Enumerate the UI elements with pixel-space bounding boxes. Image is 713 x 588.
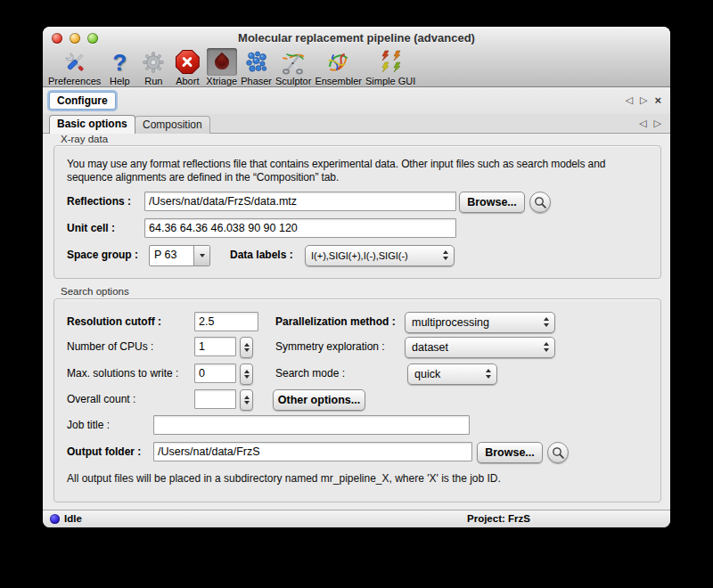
toolbar-item-run[interactable]: Run [136, 48, 170, 86]
unit-cell-input[interactable] [144, 218, 456, 238]
symmetry-exploration-label: Symmetry exploration : [275, 337, 385, 356]
toolbar: Preferences ? Help [46, 47, 667, 86]
toolbar-label: Sculptor [275, 76, 311, 86]
max-solutions-label: Max. solutions to write : [67, 363, 178, 383]
ribbon-tangle-icon [324, 48, 354, 76]
reflections-magnifier-icon[interactable] [529, 192, 551, 213]
data-labels-popup[interactable]: I(+),SIGI(+),I(-),SIGI(-) [305, 245, 455, 266]
popup-arrows-icon [544, 317, 549, 327]
output-folder-input[interactable] [153, 442, 472, 461]
toolbar-item-preferences[interactable]: Preferences [46, 48, 102, 86]
toolbar-label: Abort [176, 76, 199, 86]
project-label: Project: FrzS [467, 513, 530, 524]
overall-count-input[interactable] [194, 389, 236, 409]
nav-back-icon[interactable]: ◁ [625, 95, 632, 105]
close-tab-icon[interactable]: × [654, 94, 661, 106]
tab-basic-options[interactable]: Basic options [49, 115, 135, 134]
configure-nav: ◁ ▷ × [625, 94, 661, 106]
toolbar-label: Phaser [241, 76, 272, 86]
other-options-button[interactable]: Other options... [273, 389, 365, 411]
nav-forward-icon[interactable]: ▷ [640, 95, 647, 105]
number-of-cpus-label: Number of CPUs : [67, 337, 153, 356]
popup-arrows-icon [486, 369, 491, 379]
configure-tab-button[interactable]: Configure [49, 92, 116, 110]
tab-composition[interactable]: Composition [135, 116, 210, 134]
data-labels-label: Data labels : [230, 245, 293, 265]
max-solutions-stepper[interactable] [240, 363, 253, 385]
toolbar-item-ensembler[interactable]: Ensembler [313, 48, 364, 86]
toolbar-label: Ensembler [315, 76, 362, 86]
tools-icon [60, 48, 90, 76]
tab-nav: ◁ ▷ [639, 118, 661, 128]
toolbar-item-abort[interactable]: Abort [170, 48, 204, 86]
parallelization-method-value: multiprocessing [412, 316, 489, 329]
output-folder-label: Output folder : [67, 442, 141, 461]
output-note: All output files will be placed in a sub… [67, 472, 501, 485]
tab-bar: Basic options Composition ◁ ▷ [43, 114, 670, 134]
window-title: Molecular replacement pipeline (advanced… [43, 31, 670, 45]
gear-icon [138, 48, 168, 76]
stop-x-icon [172, 48, 202, 76]
toolbar-item-sculptor[interactable]: Sculptor [274, 48, 313, 86]
xray-section-title: X-ray data [61, 134, 108, 144]
popup-arrows-icon [443, 250, 448, 260]
status-text: Idle [64, 513, 82, 524]
parallelization-method-popup[interactable]: multiprocessing [405, 312, 555, 333]
number-of-cpus-input[interactable] [194, 337, 236, 356]
symmetry-exploration-popup[interactable]: dataset [405, 337, 555, 358]
toolbar-item-simple-gui[interactable]: Simple GUI [364, 48, 417, 86]
configure-bar: Configure ◁ ▷ × [43, 87, 670, 114]
question-icon: ? [104, 48, 135, 76]
toolbar-label: Help [110, 76, 130, 86]
status-dot-icon [50, 514, 60, 524]
symmetry-exploration-value: dataset [412, 341, 448, 354]
tab-nav-back-icon[interactable]: ◁ [639, 118, 646, 128]
toolbar-label: Preferences [48, 76, 101, 86]
resolution-cutoff-label: Resolution cutoff : [67, 312, 161, 331]
job-title-input[interactable] [153, 415, 470, 435]
data-labels-value: I(+),SIGI(+),I(-),SIGI(-) [311, 250, 408, 261]
cpus-stepper[interactable] [240, 337, 253, 358]
space-group-combo[interactable]: P 63 [149, 245, 210, 266]
app-window: Molecular replacement pipeline (advanced… [43, 27, 670, 527]
search-mode-value: quick [414, 368, 440, 380]
space-group-label: Space group : [67, 245, 138, 265]
toolbar-label: Xtriage [206, 76, 237, 86]
titlebar: Molecular replacement pipeline (advanced… [43, 27, 670, 87]
parallelization-method-label: Parallelization method : [275, 312, 396, 331]
chevron-down-icon[interactable] [193, 246, 209, 265]
search-section-title: Search options [61, 286, 129, 297]
toolbar-item-phaser[interactable]: Phaser [239, 48, 274, 86]
tab-nav-forward-icon[interactable]: ▷ [654, 118, 661, 128]
colored-arrows-icon [375, 48, 406, 76]
overall-count-stepper[interactable] [240, 389, 253, 411]
unit-cell-label: Unit cell : [67, 218, 115, 238]
toolbar-item-help[interactable]: ? Help [102, 48, 136, 86]
job-title-label: Job title : [67, 415, 110, 435]
max-solutions-input[interactable] [194, 363, 236, 383]
reflections-browse-button[interactable]: Browse... [459, 192, 525, 213]
popup-arrows-icon [544, 342, 549, 352]
xray-description: You may use any format reflections file … [67, 158, 653, 184]
toolbar-label: Simple GUI [365, 76, 415, 86]
toolbar-item-xtriage[interactable]: Xtriage [204, 48, 239, 86]
resolution-cutoff-input[interactable] [194, 312, 258, 331]
molecule-icon [242, 48, 272, 76]
space-group-value: P 63 [150, 246, 193, 265]
output-folder-browse-button[interactable]: Browse... [477, 442, 543, 463]
output-folder-magnifier-icon[interactable] [547, 442, 569, 463]
overall-count-label: Overall count : [67, 389, 135, 409]
toolbar-label: Run [144, 76, 162, 86]
reflections-input[interactable] [144, 192, 456, 211]
status-bar: Idle Project: FrzS [43, 510, 670, 527]
blood-drop-icon [207, 48, 237, 76]
scissors-ribbon-icon [278, 48, 308, 76]
search-mode-label: Search mode : [275, 363, 345, 383]
reflections-label: Reflections : [67, 192, 131, 211]
search-mode-popup[interactable]: quick [407, 363, 497, 385]
